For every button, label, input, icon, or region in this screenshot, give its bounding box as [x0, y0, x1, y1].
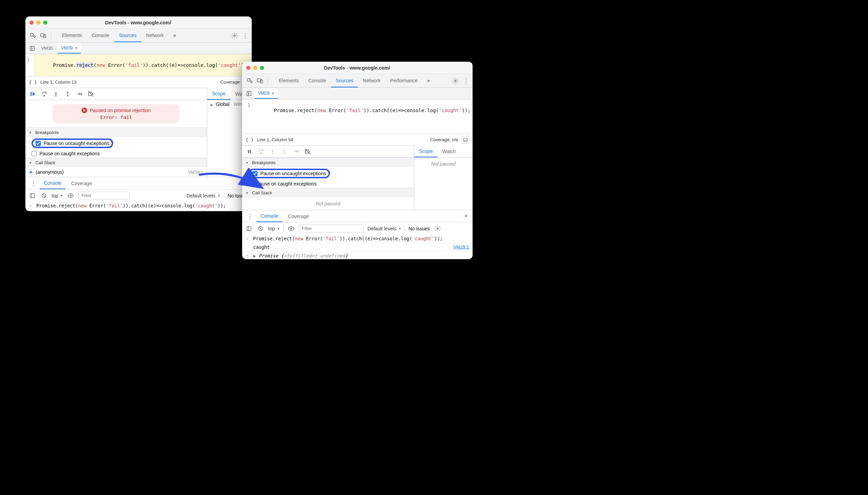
file-tab-vm30[interactable]: VM30 — [38, 44, 56, 53]
pause-icon[interactable] — [246, 148, 253, 155]
tab-elements[interactable]: Elements — [274, 74, 304, 87]
sources-file-tabs: VM30 VM39 × — [25, 43, 252, 54]
clear-console-icon[interactable] — [40, 192, 48, 200]
step-icon[interactable] — [75, 90, 83, 98]
console-prompt[interactable]: › — [25, 210, 252, 211]
svg-point-12 — [70, 195, 72, 196]
toggle-sidebar-icon[interactable] — [462, 136, 469, 144]
step-icon[interactable] — [292, 148, 300, 155]
settings-gear-icon[interactable] — [230, 32, 239, 40]
step-out-icon[interactable] — [281, 148, 288, 155]
svg-point-28 — [437, 228, 438, 229]
console-sidebar-toggle-icon[interactable] — [28, 192, 36, 200]
more-tabs-chevron-icon[interactable]: » — [423, 74, 435, 87]
device-toolbar-icon[interactable] — [39, 32, 47, 40]
input-chevron-icon: › — [246, 236, 250, 241]
breakpoint-caught-row: Pause on caught exceptions — [25, 149, 207, 158]
file-tab-label: VM39 — [61, 45, 73, 50]
tab-sources[interactable]: Sources — [331, 74, 358, 87]
device-toolbar-icon[interactable] — [256, 77, 264, 85]
code-editor[interactable]: 1 Promise.reject(new Error('fail')).catc… — [242, 99, 473, 121]
tab-scope[interactable]: Scope — [207, 88, 230, 100]
step-over-icon[interactable] — [257, 148, 265, 155]
drawer-close-icon[interactable]: × — [462, 213, 470, 220]
highlight-annotation: Pause on uncaught exceptions — [248, 169, 330, 178]
pretty-print-icon[interactable]: { } — [29, 80, 37, 85]
console-filter-input[interactable] — [299, 225, 364, 232]
tab-scope[interactable]: Scope — [414, 146, 438, 157]
console-settings-gear-icon[interactable] — [433, 225, 442, 233]
window-title: DevTools - www.google.com/ — [246, 65, 468, 71]
pause-uncaught-checkbox[interactable] — [36, 141, 41, 146]
highlight-annotation: Pause on uncaught exceptions — [32, 138, 113, 148]
live-expression-eye-icon[interactable] — [287, 225, 295, 233]
breakpoints-section-header[interactable]: Breakpoints — [242, 158, 414, 167]
clear-console-icon[interactable] — [257, 225, 265, 233]
deactivate-breakpoints-icon[interactable] — [87, 90, 95, 98]
drawer-options-kebab-icon[interactable]: ⋮ — [245, 213, 255, 220]
console-filter-input[interactable] — [78, 192, 130, 200]
close-file-icon[interactable]: × — [75, 45, 78, 51]
breakpoints-section-header[interactable]: Breakpoints — [25, 128, 207, 137]
tab-console[interactable]: Console — [87, 29, 114, 42]
scope-not-paused: Not paused — [414, 158, 473, 170]
settings-gear-icon[interactable] — [451, 77, 460, 85]
console-toolbar: top Default levels No Issues — [242, 222, 473, 234]
console-log-line: caught VM29:1 — [242, 243, 473, 252]
pause-uncaught-label: Pause on uncaught exceptions — [44, 141, 109, 146]
drawer-options-kebab-icon[interactable]: ⋮ — [28, 180, 38, 187]
tab-network[interactable]: Network — [358, 74, 385, 87]
navigator-toggle-icon[interactable] — [245, 89, 253, 98]
context-selector[interactable]: top — [51, 193, 63, 198]
inspect-element-icon[interactable] — [246, 77, 254, 85]
code-editor[interactable]: 1 Promise.reject(new Error('fail')).catc… — [25, 54, 252, 76]
tab-network[interactable]: Network — [141, 29, 168, 42]
resume-icon[interactable] — [29, 90, 36, 98]
inspect-element-icon[interactable] — [29, 32, 37, 40]
deactivate-breakpoints-icon[interactable] — [304, 148, 311, 155]
context-selector[interactable]: top — [268, 226, 280, 231]
drawer-tab-console[interactable]: Console — [257, 210, 282, 222]
tab-console[interactable]: Console — [304, 74, 331, 87]
callstack-frame[interactable]: ➤ (anonymous) VM39:1 — [25, 167, 207, 177]
pretty-print-icon[interactable]: { } — [246, 137, 253, 142]
close-file-icon[interactable]: × — [272, 90, 274, 96]
drawer-tab-console[interactable]: Console — [40, 178, 66, 189]
file-tab-vm29[interactable]: VM29 × — [254, 88, 278, 99]
more-options-kebab-icon[interactable]: ⋮ — [463, 77, 469, 85]
log-level-selector[interactable]: Default levels — [187, 193, 221, 198]
scope-watch-tabs: Scope Watch — [414, 145, 473, 158]
issues-button[interactable]: No Issues — [408, 226, 430, 231]
tab-sources[interactable]: Sources — [114, 29, 141, 42]
svg-rect-5 — [31, 92, 32, 96]
callstack-section-header[interactable]: Call Stack — [25, 158, 207, 167]
pause-uncaught-checkbox[interactable] — [252, 171, 258, 176]
live-expression-eye-icon[interactable] — [67, 192, 75, 200]
callstack-section-header[interactable]: Call Stack — [242, 188, 414, 197]
console-return-line: ‹ ▶ Promise {<fulfilled>: undefined} — [242, 252, 473, 259]
svg-point-7 — [56, 95, 57, 96]
panel-tabs: Elements Console Sources Network Perform… — [274, 74, 449, 87]
tab-watch[interactable]: Watch — [438, 146, 461, 157]
pause-caught-checkbox[interactable] — [32, 151, 37, 156]
step-into-icon[interactable] — [269, 148, 276, 155]
step-into-icon[interactable] — [52, 90, 60, 98]
console-input-line: › Promise.reject(new Error('fail')).catc… — [242, 234, 473, 243]
svg-rect-18 — [464, 138, 467, 142]
file-tab-vm39[interactable]: VM39 × — [58, 43, 81, 53]
more-tabs-chevron-icon[interactable]: » — [168, 29, 181, 42]
drawer-tab-coverage[interactable]: Coverage — [284, 211, 313, 222]
navigator-toggle-icon[interactable] — [28, 44, 36, 52]
line-number: 1 — [25, 54, 34, 76]
tab-elements[interactable]: Elements — [57, 29, 87, 42]
log-source-link[interactable]: VM29:1 — [453, 244, 469, 250]
tab-performance[interactable]: Performance — [385, 74, 422, 87]
log-level-selector[interactable]: Default levels — [367, 226, 401, 231]
more-options-kebab-icon[interactable]: ⋮ — [242, 32, 248, 39]
step-over-icon[interactable] — [40, 90, 48, 98]
main-toolbar: Elements Console Sources Network Perform… — [242, 74, 473, 88]
pause-caught-checkbox[interactable] — [248, 181, 253, 186]
step-out-icon[interactable] — [64, 90, 71, 98]
console-sidebar-toggle-icon[interactable] — [245, 225, 253, 233]
drawer-tab-coverage[interactable]: Coverage — [67, 178, 96, 189]
